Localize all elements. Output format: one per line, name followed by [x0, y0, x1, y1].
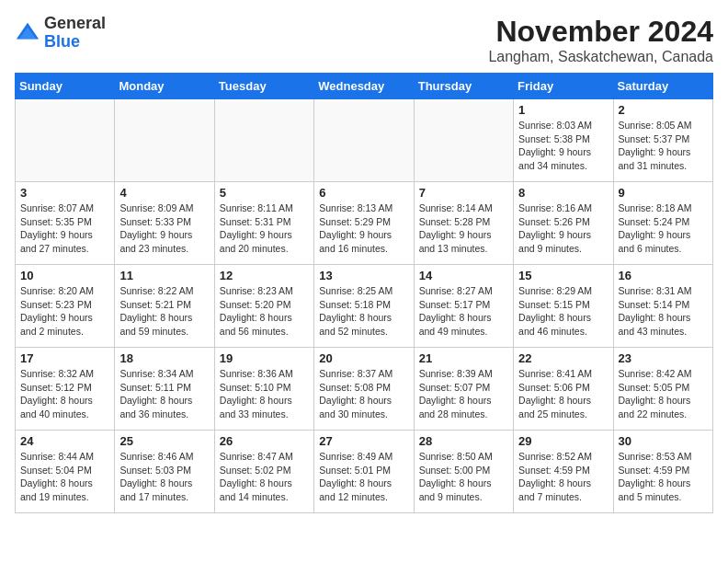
day-info: Sunrise: 8:13 AM Sunset: 5:29 PM Dayligh…	[319, 201, 408, 256]
calendar-day-cell	[16, 99, 115, 182]
day-info: Sunrise: 8:05 AM Sunset: 5:37 PM Dayligh…	[619, 119, 708, 173]
day-number: 21	[419, 351, 508, 365]
calendar-day-cell: 24Sunrise: 8:44 AM Sunset: 5:04 PM Dayli…	[16, 431, 115, 513]
weekday-header-cell: Tuesday	[214, 74, 313, 99]
calendar-day-cell	[115, 99, 214, 182]
day-info: Sunrise: 8:11 AM Sunset: 5:31 PM Dayligh…	[220, 201, 309, 256]
day-info: Sunrise: 8:41 AM Sunset: 5:06 PM Dayligh…	[518, 367, 608, 421]
day-number: 17	[20, 351, 109, 365]
weekday-header-cell: Friday	[514, 74, 613, 99]
day-number: 10	[20, 269, 109, 282]
calendar-day-cell: 20Sunrise: 8:37 AM Sunset: 5:08 PM Dayli…	[314, 348, 414, 431]
day-info: Sunrise: 8:09 AM Sunset: 5:33 PM Dayligh…	[119, 201, 209, 256]
calendar-body: 1Sunrise: 8:03 AM Sunset: 5:38 PM Daylig…	[16, 99, 713, 513]
day-info: Sunrise: 8:49 AM Sunset: 5:01 PM Dayligh…	[319, 450, 408, 504]
weekday-header-row: SundayMondayTuesdayWednesdayThursdayFrid…	[16, 74, 713, 99]
calendar-day-cell: 26Sunrise: 8:47 AM Sunset: 5:02 PM Dayli…	[214, 431, 313, 513]
calendar-week-row: 3Sunrise: 8:07 AM Sunset: 5:35 PM Daylig…	[16, 182, 713, 265]
day-number: 27	[319, 434, 408, 448]
day-number: 12	[220, 269, 309, 282]
day-number: 8	[518, 186, 608, 200]
day-number: 4	[119, 186, 209, 200]
logo-text: General Blue	[44, 15, 106, 52]
day-number: 13	[319, 269, 408, 282]
day-info: Sunrise: 8:42 AM Sunset: 5:05 PM Dayligh…	[619, 367, 708, 421]
calendar-week-row: 1Sunrise: 8:03 AM Sunset: 5:38 PM Daylig…	[16, 99, 713, 182]
page-header: General Blue November 2024 Langham, Sask…	[15, 15, 713, 65]
calendar-day-cell: 12Sunrise: 8:23 AM Sunset: 5:20 PM Dayli…	[214, 265, 313, 348]
title-area: November 2024 Langham, Saskatchewan, Can…	[488, 15, 713, 65]
day-number: 22	[518, 351, 608, 365]
calendar-day-cell	[414, 99, 513, 182]
day-info: Sunrise: 8:31 AM Sunset: 5:14 PM Dayligh…	[619, 284, 708, 339]
day-number: 11	[119, 269, 209, 282]
day-info: Sunrise: 8:50 AM Sunset: 5:00 PM Dayligh…	[419, 450, 508, 504]
month-title: November 2024	[488, 15, 713, 49]
day-number: 29	[518, 434, 608, 448]
calendar-day-cell: 22Sunrise: 8:41 AM Sunset: 5:06 PM Dayli…	[514, 348, 613, 431]
day-number: 26	[220, 434, 309, 448]
day-number: 16	[619, 269, 708, 282]
weekday-header-cell: Wednesday	[314, 74, 414, 99]
weekday-header-cell: Thursday	[414, 74, 513, 99]
logo: General Blue	[15, 15, 106, 52]
day-number: 19	[220, 351, 309, 365]
calendar-day-cell: 14Sunrise: 8:27 AM Sunset: 5:17 PM Dayli…	[414, 265, 513, 348]
calendar-day-cell	[214, 99, 313, 182]
day-info: Sunrise: 8:44 AM Sunset: 5:04 PM Dayligh…	[20, 450, 109, 504]
day-info: Sunrise: 8:23 AM Sunset: 5:20 PM Dayligh…	[220, 284, 309, 339]
location-title: Langham, Saskatchewan, Canada	[488, 49, 713, 65]
calendar-day-cell: 21Sunrise: 8:39 AM Sunset: 5:07 PM Dayli…	[414, 348, 513, 431]
day-info: Sunrise: 8:39 AM Sunset: 5:07 PM Dayligh…	[419, 367, 508, 421]
day-info: Sunrise: 8:52 AM Sunset: 4:59 PM Dayligh…	[518, 450, 608, 504]
calendar-week-row: 24Sunrise: 8:44 AM Sunset: 5:04 PM Dayli…	[16, 431, 713, 513]
day-info: Sunrise: 8:36 AM Sunset: 5:10 PM Dayligh…	[220, 367, 309, 421]
calendar-table: SundayMondayTuesdayWednesdayThursdayFrid…	[15, 73, 713, 513]
day-number: 7	[419, 186, 508, 200]
day-number: 30	[619, 434, 708, 448]
calendar-day-cell: 7Sunrise: 8:14 AM Sunset: 5:28 PM Daylig…	[414, 182, 513, 265]
day-info: Sunrise: 8:18 AM Sunset: 5:24 PM Dayligh…	[619, 201, 708, 256]
calendar-day-cell: 29Sunrise: 8:52 AM Sunset: 4:59 PM Dayli…	[514, 431, 613, 513]
day-info: Sunrise: 8:22 AM Sunset: 5:21 PM Dayligh…	[119, 284, 209, 339]
day-info: Sunrise: 8:34 AM Sunset: 5:11 PM Dayligh…	[119, 367, 209, 421]
calendar-day-cell: 11Sunrise: 8:22 AM Sunset: 5:21 PM Dayli…	[115, 265, 214, 348]
day-info: Sunrise: 8:25 AM Sunset: 5:18 PM Dayligh…	[319, 284, 408, 339]
day-number: 20	[319, 351, 408, 365]
calendar-day-cell: 19Sunrise: 8:36 AM Sunset: 5:10 PM Dayli…	[214, 348, 313, 431]
calendar-day-cell: 30Sunrise: 8:53 AM Sunset: 4:59 PM Dayli…	[613, 431, 712, 513]
calendar-day-cell: 23Sunrise: 8:42 AM Sunset: 5:05 PM Dayli…	[613, 348, 712, 431]
calendar-day-cell: 1Sunrise: 8:03 AM Sunset: 5:38 PM Daylig…	[514, 99, 613, 182]
day-info: Sunrise: 8:46 AM Sunset: 5:03 PM Dayligh…	[119, 450, 209, 504]
weekday-header-cell: Saturday	[613, 74, 712, 99]
day-number: 24	[20, 434, 109, 448]
calendar-day-cell: 10Sunrise: 8:20 AM Sunset: 5:23 PM Dayli…	[16, 265, 115, 348]
calendar-day-cell: 13Sunrise: 8:25 AM Sunset: 5:18 PM Dayli…	[314, 265, 414, 348]
day-number: 15	[518, 269, 608, 282]
day-info: Sunrise: 8:27 AM Sunset: 5:17 PM Dayligh…	[419, 284, 508, 339]
calendar-day-cell: 16Sunrise: 8:31 AM Sunset: 5:14 PM Dayli…	[613, 265, 712, 348]
calendar-day-cell: 4Sunrise: 8:09 AM Sunset: 5:33 PM Daylig…	[115, 182, 214, 265]
day-number: 1	[518, 103, 608, 117]
calendar-day-cell: 28Sunrise: 8:50 AM Sunset: 5:00 PM Dayli…	[414, 431, 513, 513]
calendar-day-cell: 15Sunrise: 8:29 AM Sunset: 5:15 PM Dayli…	[514, 265, 613, 348]
day-number: 25	[119, 434, 209, 448]
day-info: Sunrise: 8:53 AM Sunset: 4:59 PM Dayligh…	[619, 450, 708, 504]
calendar-day-cell: 9Sunrise: 8:18 AM Sunset: 5:24 PM Daylig…	[613, 182, 712, 265]
day-number: 23	[619, 351, 708, 365]
calendar-day-cell	[314, 99, 414, 182]
weekday-header-cell: Sunday	[16, 74, 115, 99]
calendar-day-cell: 2Sunrise: 8:05 AM Sunset: 5:37 PM Daylig…	[613, 99, 712, 182]
day-number: 6	[319, 186, 408, 200]
day-info: Sunrise: 8:37 AM Sunset: 5:08 PM Dayligh…	[319, 367, 408, 421]
calendar-day-cell: 8Sunrise: 8:16 AM Sunset: 5:26 PM Daylig…	[514, 182, 613, 265]
calendar-day-cell: 5Sunrise: 8:11 AM Sunset: 5:31 PM Daylig…	[214, 182, 313, 265]
day-info: Sunrise: 8:20 AM Sunset: 5:23 PM Dayligh…	[20, 284, 109, 339]
calendar-week-row: 17Sunrise: 8:32 AM Sunset: 5:12 PM Dayli…	[16, 348, 713, 431]
calendar-day-cell: 17Sunrise: 8:32 AM Sunset: 5:12 PM Dayli…	[16, 348, 115, 431]
calendar-day-cell: 27Sunrise: 8:49 AM Sunset: 5:01 PM Dayli…	[314, 431, 414, 513]
day-number: 2	[619, 103, 708, 117]
calendar-day-cell: 6Sunrise: 8:13 AM Sunset: 5:29 PM Daylig…	[314, 182, 414, 265]
day-info: Sunrise: 8:32 AM Sunset: 5:12 PM Dayligh…	[20, 367, 109, 421]
day-info: Sunrise: 8:47 AM Sunset: 5:02 PM Dayligh…	[220, 450, 309, 504]
